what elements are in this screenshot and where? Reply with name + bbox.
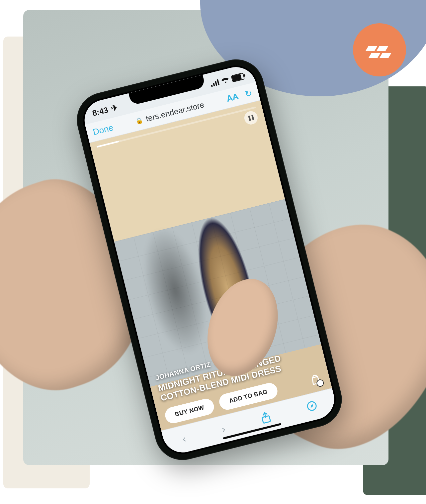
brand-logo-icon [365,35,394,65]
pause-icon [248,115,251,121]
cellular-signal-icon [210,79,219,87]
brand-logo-badge [353,23,406,76]
battery-icon [231,72,245,82]
svg-marker-2 [369,53,381,58]
svg-marker-1 [377,46,388,51]
compass-icon [305,399,318,412]
back-button[interactable]: ‹ [181,433,187,445]
lock-icon: 🔒 [134,116,143,125]
reload-button[interactable]: ↻ [244,87,253,99]
reader-aa-button[interactable]: AA [225,91,239,104]
wifi-icon [221,76,229,84]
forward-button[interactable]: › [220,423,226,435]
share-button[interactable] [259,411,272,426]
svg-marker-0 [366,46,378,51]
location-services-icon: ✈︎ [110,103,119,113]
status-time: 8:43 [91,105,109,118]
svg-rect-4 [262,415,270,423]
open-in-safari-button[interactable] [305,399,318,415]
svg-marker-3 [380,53,391,58]
done-button[interactable]: Done [92,122,114,137]
share-icon [259,411,272,424]
